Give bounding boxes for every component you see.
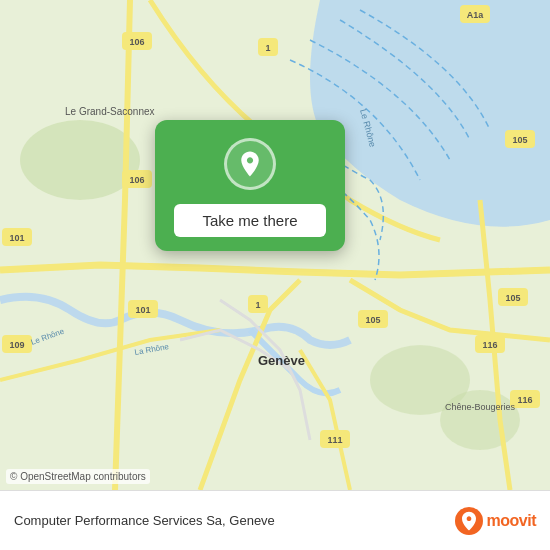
- svg-text:105: 105: [365, 315, 380, 325]
- location-pin-icon: [224, 138, 276, 190]
- svg-point-3: [440, 390, 520, 450]
- location-label: Computer Performance Services Sa, Geneve: [14, 513, 275, 528]
- take-me-there-button[interactable]: Take me there: [174, 204, 325, 237]
- footer-bar: Computer Performance Services Sa, Geneve…: [0, 490, 550, 550]
- svg-text:Genève: Genève: [258, 353, 305, 368]
- svg-text:A1a: A1a: [467, 10, 485, 20]
- svg-text:105: 105: [505, 293, 520, 303]
- svg-text:1: 1: [255, 300, 260, 310]
- svg-text:1: 1: [265, 43, 270, 53]
- svg-text:101: 101: [9, 233, 24, 243]
- svg-text:116: 116: [482, 340, 497, 350]
- moovit-marker-icon: [455, 507, 483, 535]
- svg-text:106: 106: [129, 175, 144, 185]
- moovit-brand-text: moovit: [487, 512, 536, 530]
- svg-point-1: [20, 120, 140, 200]
- svg-text:109: 109: [9, 340, 24, 350]
- svg-text:101: 101: [135, 305, 150, 315]
- svg-text:116: 116: [517, 395, 532, 405]
- svg-text:106: 106: [129, 37, 144, 47]
- svg-text:Le Grand-Saconnex: Le Grand-Saconnex: [65, 106, 155, 117]
- svg-text:111: 111: [327, 435, 342, 445]
- moovit-logo: moovit: [455, 507, 536, 535]
- map-container: 106 106 A1a 1 105 101 101 109 1 105 105 …: [0, 0, 550, 490]
- pin-card: Take me there: [155, 120, 345, 251]
- svg-text:105: 105: [512, 135, 527, 145]
- svg-text:Chêne-Bougeries: Chêne-Bougeries: [445, 402, 516, 412]
- map-attribution: © OpenStreetMap contributors: [6, 469, 150, 484]
